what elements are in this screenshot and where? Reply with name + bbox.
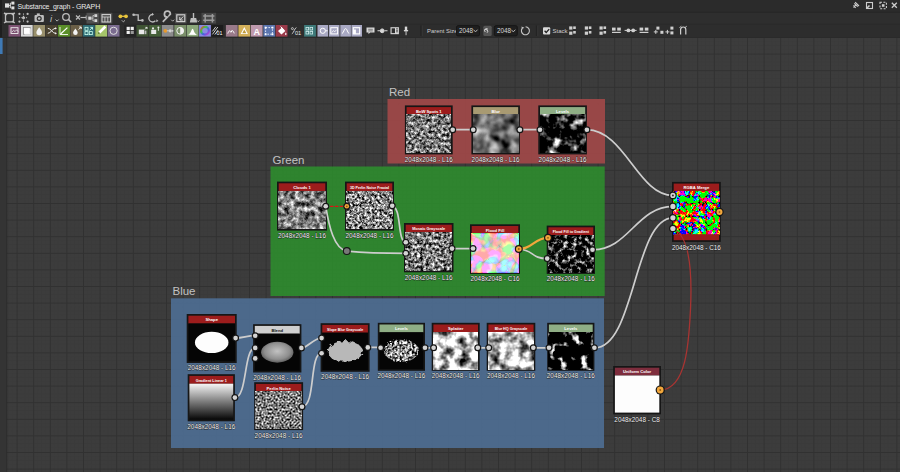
svg-text:A: A: [253, 27, 260, 37]
svg-text:Red: Red: [389, 86, 410, 98]
svg-text:2048x2048 - L16: 2048x2048 - L16: [321, 373, 369, 380]
svg-text:Stack: Stack: [553, 28, 569, 34]
svg-text:Mosaic Grayscale: Mosaic Grayscale: [412, 226, 446, 231]
svg-text:3D Perlin Noise Fractal: 3D Perlin Noise Fractal: [350, 186, 389, 190]
svg-text:2048: 2048: [497, 27, 512, 34]
svg-text:2048x2048 - L16: 2048x2048 - L16: [405, 156, 453, 163]
svg-text:Parent Size:: Parent Size:: [427, 28, 459, 34]
svg-text:2048: 2048: [459, 27, 474, 34]
svg-text:Levels: Levels: [564, 326, 578, 331]
svg-text:Flood Fill to Gradient: Flood Fill to Gradient: [553, 230, 590, 234]
svg-text:Clouds 1: Clouds 1: [293, 185, 311, 190]
svg-text:Levels: Levels: [395, 326, 409, 331]
svg-text:2048x2048 - L16: 2048x2048 - L16: [255, 432, 303, 439]
svg-text:2048x2048 - C8: 2048x2048 - C8: [614, 416, 660, 423]
svg-text:Blue: Blue: [173, 285, 196, 297]
svg-text:2048x2048 - L16: 2048x2048 - L16: [346, 232, 394, 239]
svg-text:Gradient Linear 1: Gradient Linear 1: [196, 379, 227, 383]
svg-text:RGBA Merge: RGBA Merge: [684, 185, 710, 190]
svg-text:2048x2048 - C16: 2048x2048 - C16: [470, 275, 519, 282]
svg-text:2048x2048 - L16: 2048x2048 - L16: [253, 374, 301, 381]
svg-text:2048x2048 - L16: 2048x2048 - L16: [405, 274, 453, 281]
svg-text:Uniform Color: Uniform Color: [623, 369, 652, 374]
svg-text:2048x2048 - L16: 2048x2048 - L16: [539, 156, 587, 163]
svg-text:BnW Spots 1: BnW Spots 1: [416, 109, 442, 114]
svg-text:Green: Green: [273, 154, 305, 166]
svg-text:2048x2048 - L16: 2048x2048 - L16: [472, 156, 520, 163]
svg-text:Shape: Shape: [205, 317, 218, 322]
svg-text:2048x2048 - L16: 2048x2048 - L16: [187, 423, 235, 430]
svg-text:2048x2048 - L16: 2048x2048 - L16: [188, 364, 236, 371]
svg-text:2048x2048 - L16: 2048x2048 - L16: [432, 372, 480, 379]
svg-text:Levels: Levels: [556, 109, 570, 114]
svg-text:01: 01: [216, 30, 222, 36]
svg-text:01: 01: [295, 30, 301, 36]
svg-text:2048x2048 - L16: 2048x2048 - L16: [487, 372, 535, 379]
svg-text:Blur HQ Grayscale: Blur HQ Grayscale: [495, 327, 528, 331]
svg-text:2048x2048 - C16: 2048x2048 - C16: [672, 244, 721, 251]
svg-text:2048x2048 - L16: 2048x2048 - L16: [278, 232, 326, 239]
svg-text:Substance_graph - GRAPH: Substance_graph - GRAPH: [18, 3, 101, 11]
svg-text:2048x2048 - L16: 2048x2048 - L16: [547, 372, 595, 379]
svg-text:2048x2048 - L16: 2048x2048 - L16: [377, 372, 425, 379]
svg-text:Perlin Noise: Perlin Noise: [267, 386, 292, 391]
svg-text:Blur: Blur: [491, 109, 500, 114]
svg-text:Slope Blur Grayscale: Slope Blur Grayscale: [327, 328, 363, 332]
svg-text:Splatter: Splatter: [448, 326, 464, 331]
svg-text:2048x2048 - L16: 2048x2048 - L16: [547, 275, 595, 282]
svg-text:Flood Fill: Flood Fill: [486, 228, 505, 233]
svg-text:Blend: Blend: [271, 328, 283, 333]
